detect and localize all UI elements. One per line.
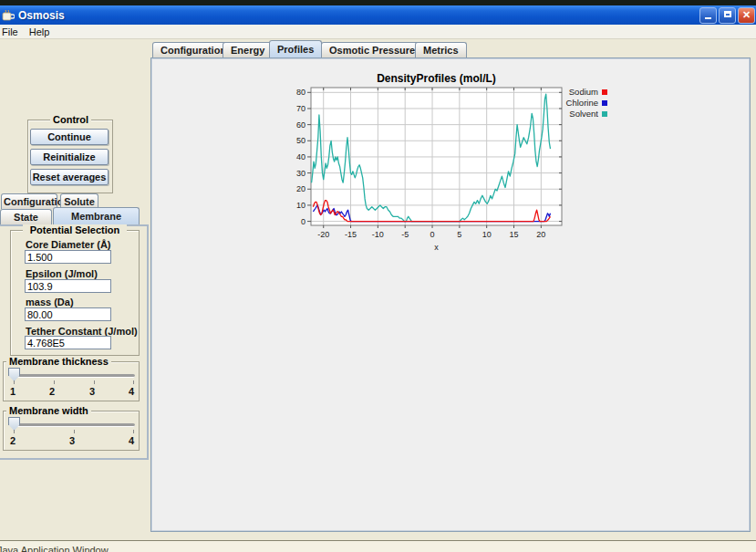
close-button[interactable]: ✕ xyxy=(738,7,755,24)
x-tick-label: 10 xyxy=(482,230,492,239)
y-tick-label: 60 xyxy=(296,120,306,130)
mass-input[interactable] xyxy=(25,307,111,321)
reset-averages-button[interactable]: Reset averages xyxy=(30,169,109,185)
core-diameter-input[interactable] xyxy=(25,250,111,264)
app-icon xyxy=(2,9,15,22)
left-tab-membrane[interactable]: Membrane xyxy=(53,207,140,224)
membrane-thickness-group: Membrane thickness xyxy=(3,361,140,401)
y-tick-label: 70 xyxy=(296,104,306,113)
membrane-width-slider-track[interactable] xyxy=(11,423,135,427)
width-tick-4: 4 xyxy=(129,435,134,446)
tab-metrics[interactable]: Metrics xyxy=(415,42,467,57)
x-tick-label: 5 xyxy=(457,230,461,239)
x-tick-label: -10 xyxy=(372,230,384,239)
legend-label-sodium: Sodium xyxy=(569,87,598,97)
left-tab-state[interactable]: State xyxy=(0,209,52,224)
width-tick-2: 2 xyxy=(10,435,16,446)
x-tick-label: -15 xyxy=(345,230,357,239)
close-icon: ✕ xyxy=(742,9,751,20)
epsilon-input[interactable] xyxy=(25,279,111,293)
x-tick-label: -20 xyxy=(317,230,329,239)
window-title: Osmosis xyxy=(18,9,65,22)
status-text: Java Application Window xyxy=(0,542,109,552)
epsilon-label: Epsilon (J/mol) xyxy=(26,268,98,279)
y-tick-label: 20 xyxy=(296,184,306,193)
minimize-button[interactable] xyxy=(699,7,717,24)
maximize-icon xyxy=(724,11,731,17)
x-axis-label: x xyxy=(434,243,439,252)
y-tick-label: 80 xyxy=(296,88,306,97)
x-tick-label: 15 xyxy=(509,230,518,239)
tether-constant-input[interactable] xyxy=(25,336,111,349)
left-tab-configuration[interactable]: Configuration xyxy=(1,193,57,209)
tab-profiles[interactable]: Profiles xyxy=(269,40,322,57)
thickness-tick-4: 4 xyxy=(129,386,134,397)
density-profiles-chart: -20-15-10-50510152001020304050607080Dens… xyxy=(294,73,615,255)
y-tick-label: 30 xyxy=(296,169,306,178)
y-tick-label: 10 xyxy=(296,201,306,210)
menu-file[interactable]: File xyxy=(0,26,24,37)
core-diameter-label: Core Diameter (Å) xyxy=(26,239,111,250)
y-tick-label: 0 xyxy=(301,217,306,226)
y-tick-label: 50 xyxy=(296,136,306,145)
y-tick-label: 40 xyxy=(296,152,306,161)
membrane-thickness-label: Membrane thickness xyxy=(6,356,111,367)
status-bar: Java Application Window xyxy=(0,541,756,552)
tick-mark xyxy=(54,380,55,384)
tick-mark xyxy=(133,430,134,433)
chart-title: DensityProfiles (mol/L) xyxy=(377,73,496,85)
minimize-icon xyxy=(705,17,711,19)
legend-swatch-chlorine xyxy=(602,100,607,106)
membrane-width-label: Membrane width xyxy=(6,405,91,416)
mass-label: mass (Da) xyxy=(26,297,74,307)
legend-swatch-solvent xyxy=(602,111,607,117)
maximize-button[interactable] xyxy=(719,7,736,24)
tick-mark xyxy=(133,380,134,384)
osmosis-window: Osmosis ✕ File Help Configuration Energy… xyxy=(0,0,756,552)
profiles-tab-content: -20-15-10-50510152001020304050607080Dens… xyxy=(150,57,751,532)
continue-button[interactable]: Continue xyxy=(30,129,109,145)
menu-help[interactable]: Help xyxy=(24,26,56,37)
x-tick-label: 20 xyxy=(536,230,545,239)
width-tick-3: 3 xyxy=(69,435,75,446)
tick-mark xyxy=(74,430,75,433)
tab-energy[interactable]: Energy xyxy=(223,42,273,57)
reinitialize-button[interactable]: Reinitialize xyxy=(30,149,109,165)
legend-label-solvent: Solvent xyxy=(569,109,598,119)
x-tick-label: -5 xyxy=(401,230,409,239)
menu-bar: File Help xyxy=(0,25,756,39)
control-group-title: Control xyxy=(50,114,91,125)
legend-label-chlorine: Chlorine xyxy=(566,98,598,108)
thickness-tick-1: 1 xyxy=(10,386,16,397)
x-tick-label: 0 xyxy=(430,230,435,239)
tab-osmotic-pressure[interactable]: Osmotic Pressure xyxy=(321,42,423,57)
tick-mark xyxy=(94,380,95,384)
thickness-tick-3: 3 xyxy=(89,386,95,397)
potential-selection-title: Potential Selection xyxy=(23,224,127,235)
titlebar[interactable]: Osmosis ✕ xyxy=(0,5,756,25)
legend-swatch-sodium xyxy=(602,89,607,95)
thickness-tick-2: 2 xyxy=(49,386,55,397)
membrane-thickness-slider-track[interactable] xyxy=(11,374,135,378)
